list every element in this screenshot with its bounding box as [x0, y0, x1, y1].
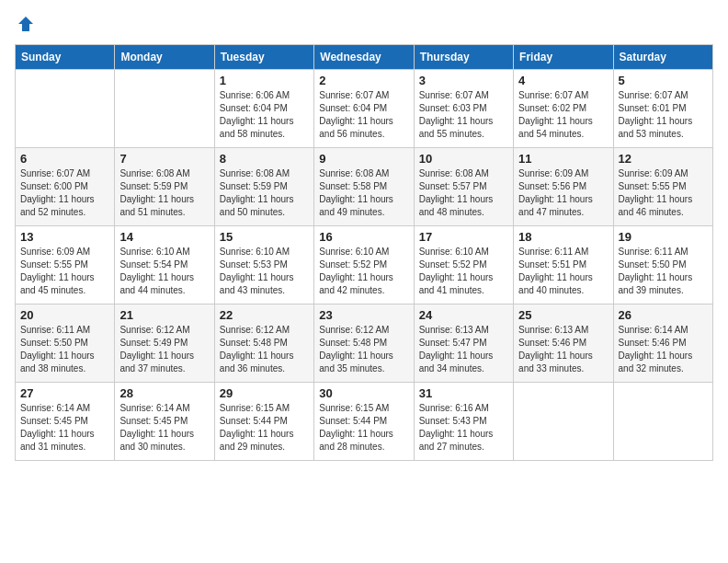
calendar-week-row: 27Sunrise: 6:14 AMSunset: 5:45 PMDayligh… [16, 383, 713, 461]
day-info: Sunrise: 6:09 AMSunset: 5:55 PMDaylight:… [619, 167, 708, 219]
day-of-week-header: Thursday [414, 45, 513, 70]
calendar-day-cell [115, 70, 214, 148]
calendar-day-cell: 29Sunrise: 6:15 AMSunset: 5:44 PMDayligh… [214, 383, 313, 461]
day-number: 12 [619, 152, 708, 166]
day-info: Sunrise: 6:15 AMSunset: 5:44 PMDaylight:… [319, 402, 408, 454]
calendar-day-cell: 4Sunrise: 6:07 AMSunset: 6:02 PMDaylight… [514, 70, 613, 148]
day-number: 25 [518, 308, 608, 322]
day-number: 13 [20, 230, 109, 244]
day-info: Sunrise: 6:12 AMSunset: 5:48 PMDaylight:… [319, 324, 408, 375]
calendar-day-cell: 19Sunrise: 6:11 AMSunset: 5:50 PMDayligh… [613, 226, 712, 304]
day-number: 6 [20, 152, 109, 166]
day-number: 3 [419, 74, 508, 87]
day-number: 9 [319, 152, 408, 166]
calendar-day-cell: 5Sunrise: 6:07 AMSunset: 6:01 PMDaylight… [613, 70, 712, 148]
day-info: Sunrise: 6:08 AMSunset: 5:59 PMDaylight:… [220, 167, 309, 219]
day-number: 8 [220, 152, 309, 166]
calendar-day-cell: 18Sunrise: 6:11 AMSunset: 5:51 PMDayligh… [514, 226, 613, 304]
day-of-week-header: Monday [115, 45, 214, 70]
calendar-week-row: 1Sunrise: 6:06 AMSunset: 6:04 PMDaylight… [16, 70, 713, 148]
day-info: Sunrise: 6:15 AMSunset: 5:44 PMDaylight:… [220, 402, 309, 454]
day-info: Sunrise: 6:10 AMSunset: 5:52 PMDaylight:… [319, 246, 408, 297]
day-number: 24 [419, 308, 508, 322]
calendar-day-cell [514, 383, 613, 461]
calendar-day-cell: 11Sunrise: 6:09 AMSunset: 5:56 PMDayligh… [514, 148, 613, 226]
day-number: 30 [319, 386, 408, 400]
day-info: Sunrise: 6:09 AMSunset: 5:56 PMDaylight:… [518, 167, 608, 219]
calendar-day-cell: 21Sunrise: 6:12 AMSunset: 5:49 PMDayligh… [115, 304, 214, 383]
calendar-week-row: 6Sunrise: 6:07 AMSunset: 6:00 PMDaylight… [16, 148, 713, 226]
svg-marker-0 [18, 17, 33, 31]
day-number: 15 [220, 230, 309, 244]
day-info: Sunrise: 6:10 AMSunset: 5:53 PMDaylight:… [220, 246, 309, 297]
day-of-week-header: Sunday [16, 45, 115, 70]
day-number: 23 [319, 308, 408, 322]
day-info: Sunrise: 6:08 AMSunset: 5:57 PMDaylight:… [419, 167, 508, 219]
day-number: 19 [619, 230, 708, 244]
calendar-day-cell: 23Sunrise: 6:12 AMSunset: 5:48 PMDayligh… [314, 304, 414, 383]
calendar-day-cell: 30Sunrise: 6:15 AMSunset: 5:44 PMDayligh… [314, 383, 414, 461]
calendar-day-cell: 24Sunrise: 6:13 AMSunset: 5:47 PMDayligh… [414, 304, 513, 383]
day-info: Sunrise: 6:12 AMSunset: 5:48 PMDaylight:… [220, 324, 309, 375]
day-number: 18 [518, 230, 608, 244]
day-number: 20 [20, 308, 109, 322]
day-info: Sunrise: 6:07 AMSunset: 6:01 PMDaylight:… [619, 89, 708, 141]
day-number: 10 [419, 152, 508, 166]
calendar-day-cell: 10Sunrise: 6:08 AMSunset: 5:57 PMDayligh… [414, 148, 513, 226]
day-info: Sunrise: 6:10 AMSunset: 5:52 PMDaylight:… [419, 246, 508, 297]
calendar-day-cell: 9Sunrise: 6:08 AMSunset: 5:58 PMDaylight… [314, 148, 414, 226]
calendar-day-cell: 20Sunrise: 6:11 AMSunset: 5:50 PMDayligh… [16, 304, 115, 383]
day-number: 16 [319, 230, 408, 244]
logo-icon [17, 15, 35, 33]
day-number: 28 [119, 386, 209, 400]
calendar-day-cell: 27Sunrise: 6:14 AMSunset: 5:45 PMDayligh… [16, 383, 115, 461]
calendar-day-cell: 26Sunrise: 6:14 AMSunset: 5:46 PMDayligh… [613, 304, 712, 383]
day-info: Sunrise: 6:07 AMSunset: 6:02 PMDaylight:… [518, 89, 608, 141]
day-number: 22 [220, 308, 309, 322]
calendar-day-cell: 17Sunrise: 6:10 AMSunset: 5:52 PMDayligh… [414, 226, 513, 304]
calendar-day-cell: 2Sunrise: 6:07 AMSunset: 6:04 PMDaylight… [314, 70, 414, 148]
logo [15, 15, 36, 33]
calendar-day-cell: 7Sunrise: 6:08 AMSunset: 5:59 PMDaylight… [115, 148, 214, 226]
calendar-day-cell: 13Sunrise: 6:09 AMSunset: 5:55 PMDayligh… [16, 226, 115, 304]
day-of-week-header: Saturday [613, 45, 712, 70]
calendar-day-cell: 3Sunrise: 6:07 AMSunset: 6:03 PMDaylight… [414, 70, 513, 148]
day-of-week-header: Friday [514, 45, 613, 70]
day-info: Sunrise: 6:14 AMSunset: 5:45 PMDaylight:… [119, 402, 209, 454]
calendar-table: SundayMondayTuesdayWednesdayThursdayFrid… [15, 44, 713, 461]
day-info: Sunrise: 6:16 AMSunset: 5:43 PMDaylight:… [419, 402, 508, 454]
calendar-day-cell: 28Sunrise: 6:14 AMSunset: 5:45 PMDayligh… [115, 383, 214, 461]
calendar-day-cell: 6Sunrise: 6:07 AMSunset: 6:00 PMDaylight… [16, 148, 115, 226]
day-number: 11 [518, 152, 608, 166]
day-number: 21 [119, 308, 209, 322]
day-info: Sunrise: 6:13 AMSunset: 5:46 PMDaylight:… [518, 324, 608, 375]
day-info: Sunrise: 6:08 AMSunset: 5:58 PMDaylight:… [319, 167, 408, 219]
day-number: 31 [419, 386, 508, 400]
calendar-header-row: SundayMondayTuesdayWednesdayThursdayFrid… [16, 45, 713, 70]
calendar-week-row: 20Sunrise: 6:11 AMSunset: 5:50 PMDayligh… [16, 304, 713, 383]
day-number: 2 [319, 74, 408, 87]
calendar-day-cell: 1Sunrise: 6:06 AMSunset: 6:04 PMDaylight… [214, 70, 313, 148]
day-info: Sunrise: 6:10 AMSunset: 5:54 PMDaylight:… [119, 246, 209, 297]
calendar-day-cell: 8Sunrise: 6:08 AMSunset: 5:59 PMDaylight… [214, 148, 313, 226]
day-info: Sunrise: 6:08 AMSunset: 5:59 PMDaylight:… [119, 167, 209, 219]
day-number: 27 [20, 386, 109, 400]
day-info: Sunrise: 6:14 AMSunset: 5:46 PMDaylight:… [619, 324, 708, 375]
calendar-day-cell: 15Sunrise: 6:10 AMSunset: 5:53 PMDayligh… [214, 226, 313, 304]
day-info: Sunrise: 6:13 AMSunset: 5:47 PMDaylight:… [419, 324, 508, 375]
day-of-week-header: Tuesday [214, 45, 313, 70]
day-info: Sunrise: 6:07 AMSunset: 6:00 PMDaylight:… [20, 167, 109, 219]
day-info: Sunrise: 6:07 AMSunset: 6:03 PMDaylight:… [419, 89, 508, 141]
calendar-day-cell: 14Sunrise: 6:10 AMSunset: 5:54 PMDayligh… [115, 226, 214, 304]
day-of-week-header: Wednesday [314, 45, 414, 70]
calendar-day-cell: 12Sunrise: 6:09 AMSunset: 5:55 PMDayligh… [613, 148, 712, 226]
day-number: 17 [419, 230, 508, 244]
calendar-day-cell [16, 70, 115, 148]
calendar-day-cell: 25Sunrise: 6:13 AMSunset: 5:46 PMDayligh… [514, 304, 613, 383]
page-header [15, 15, 713, 33]
day-number: 5 [619, 74, 708, 87]
day-info: Sunrise: 6:14 AMSunset: 5:45 PMDaylight:… [20, 402, 109, 454]
day-info: Sunrise: 6:09 AMSunset: 5:55 PMDaylight:… [20, 246, 109, 297]
day-number: 14 [119, 230, 209, 244]
calendar-day-cell: 22Sunrise: 6:12 AMSunset: 5:48 PMDayligh… [214, 304, 313, 383]
